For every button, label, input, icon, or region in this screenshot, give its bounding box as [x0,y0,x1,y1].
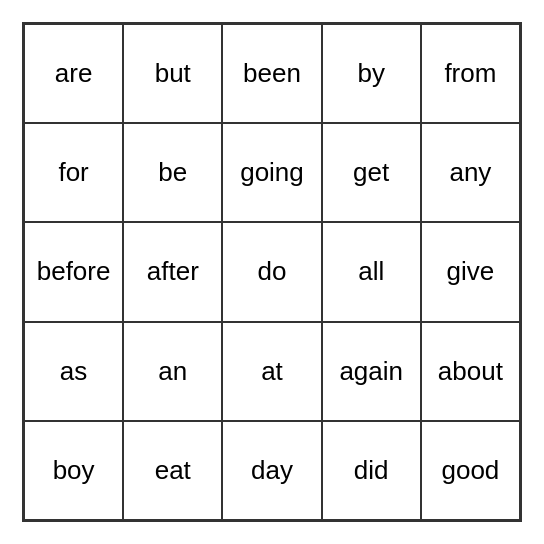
grid-cell-8: get [322,123,421,222]
grid-cell-3: by [322,24,421,123]
grid-cell-10: before [24,222,123,321]
grid-cell-16: an [123,322,222,421]
grid-cell-24: good [421,421,520,520]
grid-cell-13: all [322,222,421,321]
grid-cell-12: do [222,222,321,321]
grid-cell-21: eat [123,421,222,520]
grid-cell-6: be [123,123,222,222]
grid-cell-7: going [222,123,321,222]
grid-cell-2: been [222,24,321,123]
grid-cell-1: but [123,24,222,123]
grid-cell-14: give [421,222,520,321]
grid-cell-4: from [421,24,520,123]
grid-cell-9: any [421,123,520,222]
grid-cell-18: again [322,322,421,421]
grid-cell-23: did [322,421,421,520]
grid-cell-15: as [24,322,123,421]
grid-cell-19: about [421,322,520,421]
grid-cell-5: for [24,123,123,222]
grid-cell-0: are [24,24,123,123]
grid-cell-11: after [123,222,222,321]
grid-cell-20: boy [24,421,123,520]
grid-cell-17: at [222,322,321,421]
word-grid: arebutbeenbyfromforbegoinggetanybeforeaf… [22,22,522,522]
grid-cell-22: day [222,421,321,520]
